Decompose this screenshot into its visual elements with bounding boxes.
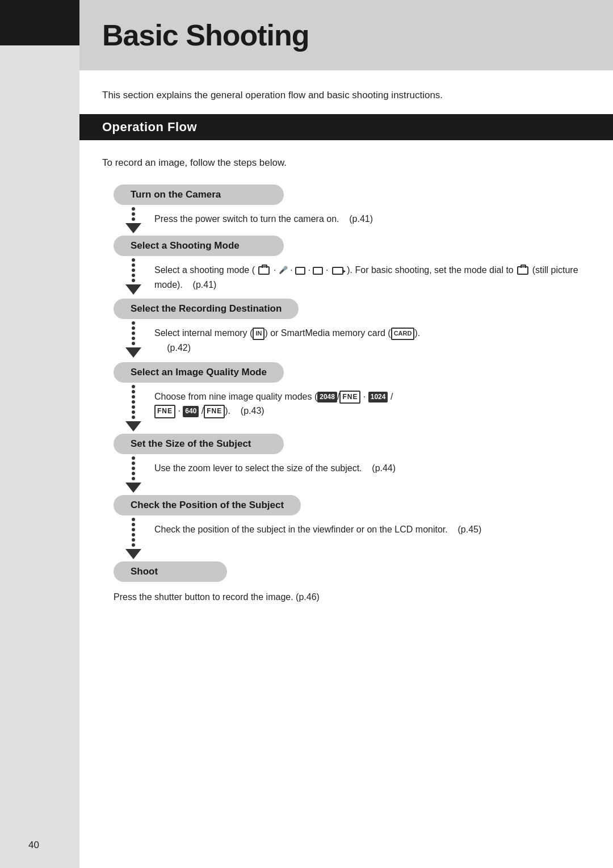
arrow-dots <box>132 321 135 345</box>
arrow-dot <box>132 405 135 409</box>
step-label-shooting-mode: Select a Shooting Mode <box>131 240 240 251</box>
section-heading-text: Operation Flow <box>102 120 197 134</box>
arrow-dot <box>132 258 135 262</box>
step-header-shooting-mode: Select a Shooting Mode <box>114 236 284 256</box>
arrow-image-quality <box>119 385 148 431</box>
arrow-dot <box>132 477 135 480</box>
step-set-size: Set the Size of the Subject <box>102 434 585 495</box>
step-image-quality: Select an Image Quality Mode <box>102 362 585 434</box>
step-label-check-position: Check the Position of the Subject <box>131 500 284 510</box>
step-label-set-size: Set the Size of the Subject <box>131 438 251 449</box>
card-badge: CARD <box>391 328 415 340</box>
section-heading: Operation Flow <box>79 114 613 140</box>
arrow-recording-dest <box>119 321 148 358</box>
video-icon <box>332 267 343 275</box>
step-check-position: Check the Position of the Subject <box>102 495 585 561</box>
arrow-chevron <box>125 421 141 431</box>
arrow-dot <box>132 400 135 404</box>
arrow-chevron <box>125 347 141 358</box>
step-header-recording-dest: Select the Recording Destination <box>114 299 299 319</box>
step-recording-destination: Select the Recording Destination <box>102 299 585 362</box>
camera-icon-2 <box>517 266 528 275</box>
arrow-dots <box>132 385 135 419</box>
step-arrow-check-position: Check the position of the subject in the… <box>102 518 481 559</box>
arrow-check-position <box>119 518 148 559</box>
page-number: 40 <box>28 840 39 851</box>
arrow-chevron <box>125 223 141 233</box>
arrow-dot <box>132 269 135 272</box>
arrow-dot <box>132 332 135 335</box>
flow-intro: To record an image, follow the steps bel… <box>102 157 585 169</box>
step-shoot: Shoot Press the shutter button to record… <box>102 561 585 605</box>
arrow-dot <box>132 326 135 330</box>
arrow-dot <box>132 263 135 267</box>
arrow-dot <box>132 395 135 399</box>
arrow-dot <box>132 456 135 460</box>
badge-1024: 1024 <box>368 392 388 402</box>
camera-icon <box>258 266 270 275</box>
badge-fne-3: FNE <box>204 405 225 418</box>
step-desc-set-size: Use the zoom lever to select the size of… <box>148 456 396 480</box>
step-arrow-set-size: Use the zoom lever to select the size of… <box>102 456 396 493</box>
page: Basic Shooting This section explains the… <box>0 0 613 868</box>
step-label-recording-dest: Select the Recording Destination <box>131 303 282 314</box>
arrow-set-size <box>119 456 148 493</box>
step-arrow-recording-dest: Select internal memory (IN) or SmartMedi… <box>102 321 420 359</box>
step-header-check-position: Check the Position of the Subject <box>114 495 301 515</box>
arrow-dot <box>132 523 135 526</box>
arrow-dot <box>132 212 135 216</box>
arrow-dot <box>132 538 135 542</box>
arrow-dot <box>132 342 135 345</box>
arrow-dot <box>132 207 135 211</box>
title-section: Basic Shooting <box>79 0 613 70</box>
arrow-dot <box>132 321 135 325</box>
arrow-dot <box>132 462 135 465</box>
arrow-dot <box>132 217 135 221</box>
step-desc-check-position: Check the position of the subject in the… <box>148 518 481 542</box>
arrow-dot <box>132 518 135 521</box>
step-label-shoot: Shoot <box>131 566 158 577</box>
arrow-shooting-mode <box>119 258 148 295</box>
arrow-dot <box>132 543 135 547</box>
badge-fne-1: FNE <box>339 391 360 404</box>
arrow-dot <box>132 385 135 388</box>
main-title: Basic Shooting <box>102 18 585 52</box>
arrow-dot <box>132 416 135 419</box>
badge-fne-2: FNE <box>154 405 175 418</box>
flow-container: Turn on the Camera Press the <box>102 184 585 604</box>
step-desc-recording-dest: Select internal memory (IN) or SmartMedi… <box>148 321 420 359</box>
left-bar <box>0 0 79 868</box>
arrow-dot <box>132 274 135 277</box>
arrow-dot <box>132 390 135 393</box>
badge-640: 640 <box>183 406 199 417</box>
arrow-dot <box>132 410 135 414</box>
left-bar-black <box>0 0 79 45</box>
arrow-chevron <box>125 483 141 493</box>
step-arrow-image-quality: Choose from nine image quality modes (20… <box>102 385 393 431</box>
arrow-chevron <box>125 549 141 559</box>
step-desc-image-quality: Choose from nine image quality modes (20… <box>148 385 393 423</box>
arrow-dots <box>132 456 135 480</box>
step-select-shooting-mode: Select a Shooting Mode <box>102 236 585 299</box>
step-label-turn-on-camera: Turn on the Camera <box>131 189 221 200</box>
step-arrow-shooting-mode: Select a shooting mode ( · 🎤 · · · ). Fo… <box>102 258 579 296</box>
step-desc-shooting-mode: Select a shooting mode ( · 🎤 · · · ). Fo… <box>148 258 579 296</box>
arrow-dot <box>132 528 135 531</box>
arrow-dot <box>132 533 135 536</box>
in-badge: IN <box>253 328 264 340</box>
step-header-image-quality: Select an Image Quality Mode <box>114 362 284 383</box>
arrow-dots <box>132 207 135 221</box>
intro-section: This section explains the general operat… <box>79 70 613 114</box>
arrow-dot <box>132 467 135 470</box>
step-turn-on-camera: Turn on the Camera Press the <box>102 184 585 236</box>
step-header-shoot: Shoot <box>114 561 227 582</box>
step-arrow-turn-on-camera: Press the power switch to turn the camer… <box>102 207 373 233</box>
step-desc-shoot: Press the shutter button to record the i… <box>114 590 320 605</box>
step-label-image-quality: Select an Image Quality Mode <box>131 367 267 378</box>
badge-2048: 2048 <box>317 392 337 402</box>
arrow-dots <box>132 518 135 547</box>
arrow-dot <box>132 472 135 475</box>
main-content: Basic Shooting This section explains the… <box>79 0 613 868</box>
step-desc-turn-on-camera: Press the power switch to turn the camer… <box>148 207 373 231</box>
arrow-dot <box>132 279 135 282</box>
